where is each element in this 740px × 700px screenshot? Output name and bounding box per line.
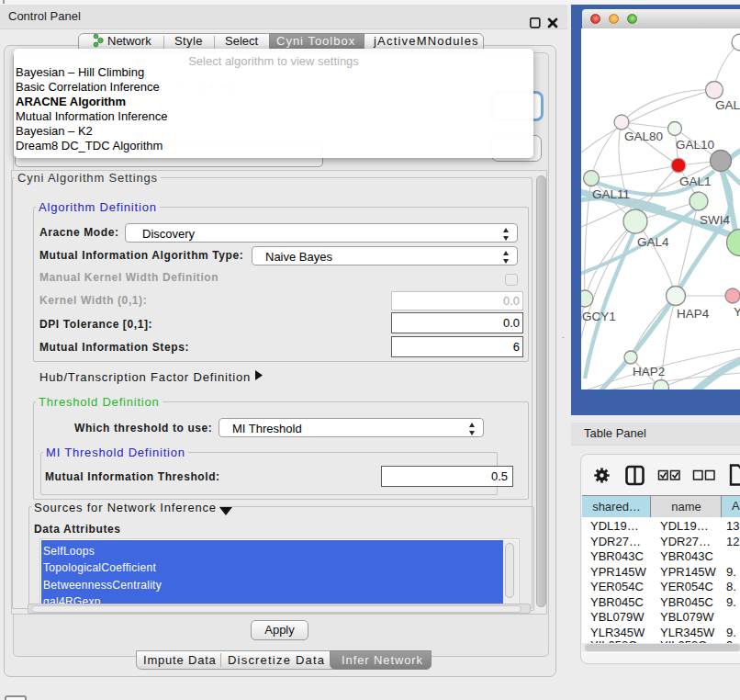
svg-text:GAL4: GAL4 [637,235,669,249]
svg-text:HAP2: HAP2 [633,365,665,378]
svg-text:GCY1: GCY1 [582,310,616,323]
svg-text:GAL2: GAL2 [715,98,740,112]
svg-text:SWI4: SWI4 [700,213,730,227]
svg-text:HAP4: HAP4 [677,307,710,321]
svg-text:GAL11: GAL11 [592,187,630,201]
svg-text:GAL80: GAL80 [624,130,663,143]
svg-text:GAL1: GAL1 [679,175,712,188]
svg-text:Y: Y [734,305,740,319]
svg-text:GAL10: GAL10 [676,138,714,152]
